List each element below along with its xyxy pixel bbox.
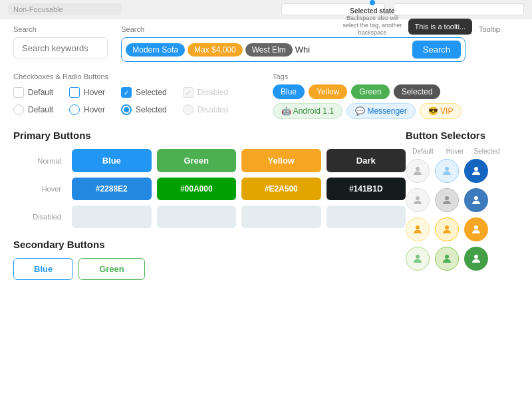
checkbox-hover-icon[interactable] [69,87,80,98]
search-section-right: Search Selected state Backspace also wil… [121,25,466,62]
radio-default-label: Default [28,105,53,114]
bs-avatar-2-selected[interactable] [464,188,488,212]
cb-hover: Hover [69,87,105,98]
svg-point-10 [445,255,449,259]
button-selectors-title: Button Selectors [406,130,519,141]
top-bar [0,0,532,19]
button-selectors-section: Button Selectors Default Hover Selected [406,130,519,280]
primary-buttons-section: Primary Buttons Normal Blue Green Yellow… [13,130,406,228]
svg-point-5 [474,196,478,200]
tag-max-price[interactable]: Max $4,000 [188,43,243,57]
selected-state-desc: Backspace also will select the tag, anot… [339,15,406,36]
disabled-label: Disabled [13,213,66,221]
checkbox-default-icon[interactable] [13,87,24,98]
bs-avatar-1-selected[interactable] [464,159,488,183]
radio-disabled: Disabled [183,104,229,115]
btn-yellow-hover[interactable]: #E2A500 [241,178,321,200]
btn-dark-normal[interactable]: Dark [327,149,406,172]
tag-yellow[interactable]: Yellow [309,84,347,99]
btn-green-normal[interactable]: Green [157,149,237,172]
cb-selected: ✓ Selected [121,87,167,98]
btn-dark-hover[interactable]: #141B1D [327,178,406,200]
bs-avatar-1-default[interactable] [406,159,430,183]
cb-radio-section: Checkboxes & Radio Buttons Default Hover… [13,72,259,122]
svg-point-8 [474,225,478,229]
cb-selected-label: Selected [136,88,167,97]
bs-column-headers: Default Hover Selected [406,148,519,155]
hover-label: Hover [13,185,66,193]
cb-default-label: Default [28,88,53,97]
bs-avatar-2-hover[interactable] [435,188,459,212]
svg-point-3 [416,196,420,200]
tag-selected[interactable]: Selected [394,84,441,99]
bs-avatar-4-default[interactable] [406,247,430,271]
primary-buttons-title: Primary Buttons [13,130,406,141]
radio-default: Default [13,104,53,115]
search-label-left: Search [13,25,108,33]
tag-blue[interactable]: Blue [273,84,305,99]
btn-green-hover[interactable]: #00A000 [157,178,237,200]
search-row: Search Search Selected state Backspace a… [13,25,519,62]
btn-yellow-normal[interactable]: Yellow [241,149,321,172]
top-input-1[interactable] [8,3,122,15]
svg-point-11 [474,255,478,259]
bs-avatar-4-selected[interactable] [464,247,488,271]
search-section-left: Search [13,25,108,62]
tag-messenger[interactable]: 💬 Messenger [346,103,416,119]
selected-state-label: Selected state [339,7,406,15]
checkbox-selected-icon[interactable]: ✓ [121,87,132,98]
bs-avatar-3-default[interactable] [406,217,430,241]
svg-point-4 [445,196,449,200]
tooltip-container: This is a toolti... [408,19,472,35]
cb-disabled-label: Disabled [198,88,229,97]
secondary-btns-row: Blue Green [13,258,406,280]
bs-avatar-3-hover[interactable] [435,217,459,241]
tag-modern-sofa[interactable]: Modern Sofa [126,43,185,57]
svg-point-6 [416,225,420,229]
bs-header-default: Default [408,148,438,155]
btn-blue-hover[interactable]: #2288E2 [72,178,152,200]
radio-selected-icon[interactable] [121,104,132,115]
bs-avatar-4-hover[interactable] [435,247,459,271]
btn-blue-disabled: #E4ECEF [72,205,152,228]
radio-hover-icon[interactable] [69,104,80,115]
bs-avatar-1-hover[interactable] [435,159,459,183]
radio-selected-label: Selected [136,105,167,114]
tags-chips-row: Blue Yellow Green Selected [273,84,519,99]
search-text-input[interactable] [295,45,407,55]
secondary-buttons-title: Secondary Buttons [13,239,406,250]
normal-label: Normal [13,157,66,165]
tag-android[interactable]: 🤖 Android 1.1 [273,103,342,119]
selected-state-indicator: Selected state Backspace also will selec… [339,0,406,36]
svg-point-0 [416,167,420,171]
btn-blue-normal[interactable]: Blue [72,149,152,172]
cb-default: Default [13,87,53,98]
top-input-3[interactable] [393,3,524,15]
content-wrapper: Search Search Selected state Backspace a… [0,19,532,287]
svg-point-2 [474,167,478,171]
buttons-grid: Normal Blue Green Yellow Dark Hover #228… [13,149,406,228]
radio-disabled-label: Disabled [198,105,229,114]
radio-default-icon[interactable] [13,104,24,115]
bs-row-1 [406,159,519,183]
tags-label: Tags [273,72,519,80]
radio-selected: Selected [121,104,167,115]
btn-dark-disabled: #E4ECEF [327,205,406,228]
search-input-plain[interactable] [13,37,108,59]
bs-avatar-3-selected[interactable] [464,217,488,241]
search-button[interactable]: Search [412,41,461,59]
btn-sec-green[interactable]: Green [78,258,145,280]
btn-green-disabled: #E4ECEF [157,205,237,228]
btn-sec-blue[interactable]: Blue [13,258,73,280]
btn-yellow-disabled: #E4ECEF [241,205,321,228]
tag-west-elm[interactable]: West Elm [245,43,293,57]
bs-row-2 [406,188,519,212]
tag-vip[interactable]: 😎 VIP [420,103,462,119]
tags-section: Tags Blue Yellow Green Selected 🤖 Androi… [273,72,519,122]
bs-avatar-2-default[interactable] [406,188,430,212]
bs-row-3 [406,217,519,241]
lower-section: Primary Buttons Normal Blue Green Yellow… [13,130,519,280]
tag-green[interactable]: Green [351,84,389,99]
selected-state-dot [370,0,375,5]
tooltip-label: Tooltip [479,25,519,33]
